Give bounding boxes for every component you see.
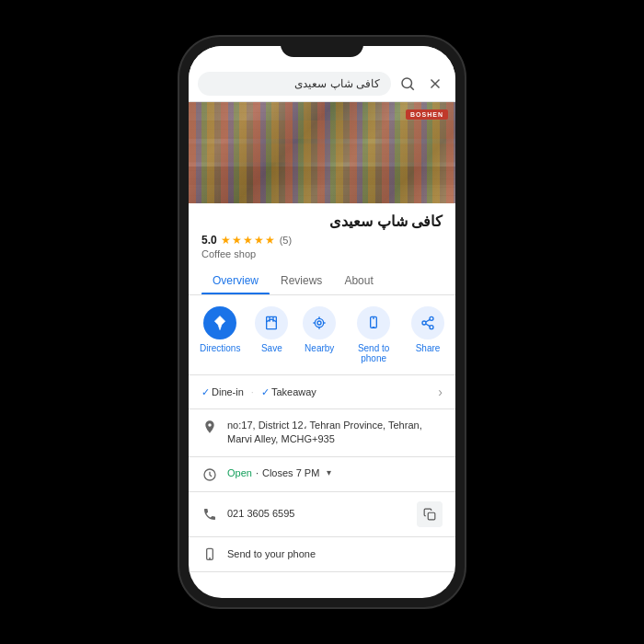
- hours-separator: ·: [256, 466, 259, 480]
- directions-label: Directions: [200, 343, 240, 353]
- chevron-right-icon: ›: [438, 385, 443, 399]
- tab-reviews[interactable]: Reviews: [270, 267, 333, 294]
- open-status: Open: [227, 466, 252, 480]
- hours-dropdown-icon: ▾: [327, 466, 331, 479]
- nearby-button[interactable]: Nearby: [303, 306, 336, 363]
- actions-bar: Directions Save: [189, 295, 455, 375]
- phone-number: 021 3605 6595: [227, 508, 294, 519]
- address-text: no:17, District 12، Tehran Province, Teh…: [227, 420, 422, 444]
- svg-point-0: [402, 78, 412, 88]
- location-icon: [201, 420, 218, 434]
- main-content: BOSHEN کافی شاپ سعیدی 5.0 ★★★★★ (5) Coff…: [189, 102, 455, 598]
- share-label: Share: [416, 343, 441, 353]
- close-button[interactable]: [424, 73, 446, 95]
- phone-content: 021 3605 6595: [227, 507, 408, 521]
- boshen-sign: BOSHEN: [406, 109, 448, 120]
- svg-rect-22: [428, 512, 435, 520]
- dine-in-feature: ✓ Dine-in: [201, 386, 244, 398]
- clock-icon: [201, 467, 218, 482]
- directions-icon: [203, 306, 236, 339]
- svg-point-7: [317, 321, 321, 325]
- dine-in-label: Dine-in: [212, 386, 244, 397]
- hours-content: Open · Closes 7 PM ▾: [227, 466, 443, 480]
- place-image: BOSHEN: [189, 102, 455, 203]
- save-icon: [255, 306, 288, 339]
- svg-line-20: [426, 319, 431, 322]
- copy-phone-button[interactable]: [417, 501, 443, 527]
- send-to-phone-row[interactable]: Send to your phone: [189, 537, 455, 572]
- phone-row: 021 3605 6595: [189, 492, 455, 537]
- svg-line-1: [410, 86, 413, 89]
- directions-button[interactable]: Directions: [200, 306, 240, 363]
- takeaway-label: Takeaway: [271, 386, 316, 397]
- place-name: کافی شاپ سعیدی: [201, 213, 443, 230]
- send-to-phone-content: Send to your phone: [227, 547, 443, 561]
- features-list: ✓ Dine-in · ✓ Takeaway: [201, 386, 438, 398]
- stars: ★★★★★: [221, 234, 276, 247]
- svg-line-19: [426, 324, 431, 327]
- tab-about[interactable]: About: [333, 267, 384, 294]
- share-icon: [411, 306, 444, 339]
- hours-row[interactable]: Open · Closes 7 PM ▾: [189, 457, 455, 492]
- send-to-phone-icon: [357, 306, 390, 339]
- rating-number: 5.0: [201, 234, 217, 247]
- nearby-icon: [303, 306, 336, 339]
- tabs: Overview Reviews About: [189, 267, 455, 295]
- features-row[interactable]: ✓ Dine-in · ✓ Takeaway ›: [189, 375, 455, 409]
- save-label: Save: [261, 343, 282, 353]
- send-to-phone-label: Send to phone: [351, 343, 397, 363]
- phone-icon: [201, 507, 218, 522]
- phone-frame: BOSHEN کافی شاپ سعیدی 5.0 ★★★★★ (5) Coff…: [179, 37, 465, 607]
- address-row: no:17, District 12، Tehran Province, Teh…: [189, 409, 455, 457]
- svg-point-18: [430, 326, 433, 329]
- send-to-phone-button[interactable]: Send to phone: [351, 306, 397, 363]
- address-content: no:17, District 12، Tehran Province, Teh…: [227, 419, 443, 447]
- rating-row: 5.0 ★★★★★ (5): [201, 234, 443, 247]
- save-button[interactable]: Save: [255, 306, 288, 363]
- search-bar: [189, 66, 455, 102]
- svg-point-8: [316, 318, 324, 327]
- takeaway-feature: ✓ Takeaway: [261, 386, 316, 398]
- notch: [281, 37, 363, 57]
- send-phone-icon: [201, 547, 218, 562]
- share-button[interactable]: Share: [411, 306, 444, 363]
- search-button[interactable]: [397, 73, 419, 95]
- search-input[interactable]: [198, 72, 391, 96]
- svg-point-17: [422, 321, 426, 325]
- phone-screen: BOSHEN کافی شاپ سعیدی 5.0 ★★★★★ (5) Coff…: [189, 46, 455, 598]
- place-info: کافی شاپ سعیدی 5.0 ★★★★★ (5) Coffee shop: [189, 203, 455, 259]
- place-type: Coffee shop: [201, 248, 443, 259]
- send-to-phone-text: Send to your phone: [227, 548, 316, 559]
- close-time: Closes 7 PM: [262, 466, 319, 480]
- nearby-label: Nearby: [305, 343, 334, 353]
- tab-overview[interactable]: Overview: [201, 267, 270, 294]
- svg-point-16: [430, 316, 433, 320]
- review-count: (5): [280, 235, 292, 246]
